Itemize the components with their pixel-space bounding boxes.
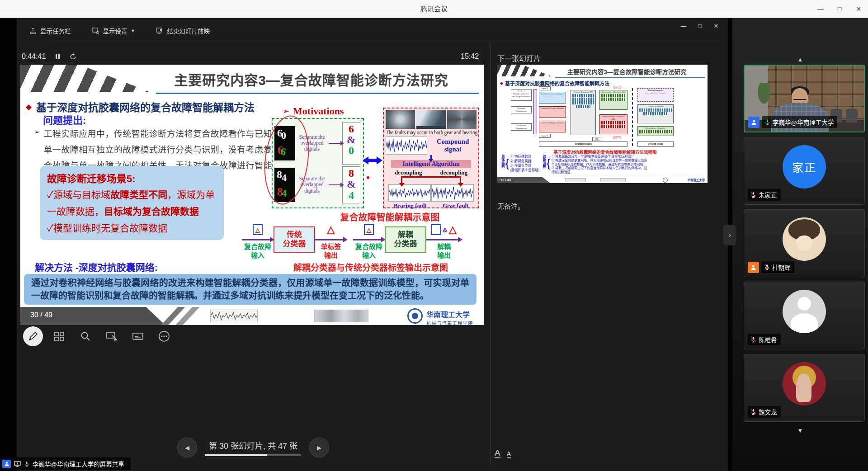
previous-slide-button[interactable]: ◀ — [177, 438, 197, 457]
structure-title: 总体结构 — [501, 155, 505, 174]
display-pointer-button[interactable] — [102, 326, 122, 346]
participant-tile[interactable]: 家正 朱家正 — [744, 137, 865, 205]
waveform-thumbnail — [210, 310, 258, 322]
screen: 腾讯会议 — □ ✕ 显示任务栏 显示设置 ▼ 结束幻灯片放映 — — [0, 0, 868, 471]
annotation-toolbar — [23, 326, 174, 346]
sidebar-collapse-handle[interactable]: › — [723, 225, 736, 245]
faults-demo-box: The faults may occur in both gear and be… — [383, 108, 479, 208]
participant-tile[interactable]: 杜朝辉 — [744, 209, 865, 277]
presenter-minimize-button[interactable]: — — [675, 20, 692, 31]
decoupling-label: decoupling — [440, 169, 467, 176]
gear-fault-label: Gear fault — [443, 202, 468, 209]
pen-tool-button[interactable] — [23, 326, 43, 346]
toolbar-divider — [53, 40, 720, 40]
slide-browser-button[interactable] — [49, 326, 69, 346]
slide-title: 主要研究内容3—复合故障智能诊断方法研究 — [142, 69, 480, 89]
pause-timer-button[interactable] — [56, 54, 60, 59]
more-options-button[interactable] — [154, 326, 174, 346]
end-slideshow-icon — [156, 27, 163, 34]
slide-canvas[interactable]: 主要研究内容3—复合故障智能诊断方法研究 ◆ 基于深度对抗胶囊网络的复合故障智能… — [20, 65, 484, 325]
increase-font-button[interactable]: A — [495, 448, 500, 458]
university-logo — [663, 178, 668, 183]
decoupling-classifier-box: 解耦分类器 — [385, 226, 426, 253]
preview-heading: 基于深度对抗胶囊网络的复合故障智能解耦方法 — [505, 80, 609, 87]
presenter-close-button[interactable]: ✕ — [708, 20, 724, 31]
double-arrow-icon — [363, 155, 382, 166]
participant-name: 陈唯希 — [759, 335, 777, 344]
bearing-photo — [386, 110, 415, 129]
preview-notes: 总体结构 { ① 特征提取器 ② 解耦分类器 ③ 多域分类器 (源域和多个目标域… — [501, 155, 706, 174]
preview-title: 主要研究内容3—复合故障智能诊断方法研究 — [548, 67, 706, 76]
gear-fault-plot — [431, 184, 474, 202]
slide-progress-bar[interactable] — [205, 454, 301, 456]
school-name: 机械与汽车工程学院 — [426, 320, 473, 325]
next-slide-button[interactable]: ▶ — [309, 438, 329, 457]
slide-navigation: ◀ 第 30 张幻灯片, 共 47 张 ▶ — [177, 438, 329, 457]
arrow-right-icon — [315, 239, 347, 240]
participants-sidebar: ▲ 李巍华@华南理工大学 家正 朱家正 — [732, 18, 868, 471]
member-badge-icon — [748, 262, 759, 273]
display-settings-button[interactable]: 显示设置 ▼ — [92, 26, 135, 35]
screen-share-icon — [14, 461, 21, 467]
participant-tile-video[interactable]: 李巍华@华南理工大学 — [744, 65, 865, 132]
next-slide-header: 下一张幻灯片 — [497, 52, 541, 63]
avatar: 家正 — [783, 145, 826, 188]
taskbar-icon — [29, 27, 37, 34]
decrease-font-button[interactable]: A — [507, 451, 511, 458]
subtitles-button[interactable] — [128, 326, 148, 346]
compound-input-icon: △ — [253, 224, 263, 235]
show-taskbar-label: 显示任务栏 — [40, 26, 71, 35]
scroll-down-arrow[interactable]: ▼ — [732, 427, 868, 434]
single-label-icon: △ — [327, 225, 335, 235]
faults-caption: The faults may occur in both gear and be… — [386, 130, 476, 135]
window-close-button[interactable]: ✕ — [849, 0, 868, 18]
university-name: 华南理工大学 — [426, 309, 473, 320]
process-title: 诊断流程 — [542, 155, 546, 174]
title-underline — [156, 93, 479, 94]
slide-footer: 30 / 49 华南理工大学 机械与汽车工程学院 — [20, 307, 484, 325]
preview-diagram-caption: 基于深度对抗胶囊网络的复合故障智能解耦方法流程图 — [505, 149, 706, 155]
arrow-right-icon — [242, 239, 274, 240]
presenter-toolbar: 显示任务栏 显示设置 ▼ 结束幻灯片放映 — [29, 26, 210, 35]
square-label-icon — [431, 224, 441, 235]
presenter-restore-button[interactable]: □ — [692, 20, 708, 31]
share-status-text: 李巍华@华南理工大学的屏幕共享 — [33, 459, 124, 468]
restart-timer-button[interactable] — [70, 53, 76, 60]
traditional-classifier-box: 传统分类器 — [274, 226, 315, 253]
digits-8-4: 8&4 — [342, 166, 360, 203]
notes-text: 无备注。 — [497, 201, 524, 211]
bearing-fault-plot — [388, 184, 431, 202]
participant-tile[interactable]: 陈唯希 — [744, 282, 865, 349]
participant-name: 朱家正 — [759, 190, 777, 199]
participant-name: 魏文龙 — [759, 407, 777, 416]
participant-tile[interactable]: 魏文龙 — [744, 354, 865, 422]
problem-label: 问题提出: — [43, 112, 86, 127]
mic-muted-icon — [750, 192, 756, 198]
arrow-bullet-icon: ➢ — [34, 126, 40, 190]
zoom-tool-button[interactable] — [75, 326, 95, 346]
arrow-down-icon — [430, 155, 432, 160]
laser-dot — [367, 176, 369, 179]
show-taskbar-button[interactable]: 显示任务栏 — [29, 26, 71, 35]
slide-position-label: 第 30 张幻灯片, 共 47 张 — [205, 439, 301, 451]
end-slideshow-button[interactable]: 结束幻灯片放映 — [156, 26, 210, 35]
scenario-line1: ✓源域与目标域故障类型不同，源域为单一故障数据，目标域为复合故障数据 — [47, 187, 217, 220]
scenario-title: 故障诊断迁移场景5: — [47, 170, 217, 185]
gearbox-photo — [447, 110, 476, 129]
scroll-up-arrow[interactable]: ▲ — [732, 56, 868, 63]
slide-header-stripes — [20, 65, 149, 92]
arrow-right-icon — [329, 184, 340, 185]
window-minimize-button[interactable]: — — [811, 0, 830, 18]
mic-muted-icon — [750, 336, 756, 343]
presenter-window: 显示任务栏 显示设置 ▼ 结束幻灯片放映 — □ ✕ 0:44:41 15:42 — [17, 18, 728, 471]
window-maximize-button[interactable]: □ — [830, 0, 849, 18]
classifier-pipeline: △ 复合故障输入 传统分类器 △ 单标签输出 △ 复合故障输入 解耦分类器 — [242, 223, 462, 260]
mic-icon — [24, 461, 29, 467]
arrow-right-icon — [426, 239, 462, 240]
waveform-thumbnail — [565, 178, 586, 182]
slide-header-stripes — [497, 65, 552, 76]
arrow-right-icon — [353, 239, 385, 240]
next-slide-preview: 主要研究内容3—复合故障智能诊断方法研究 ◆ 基于深度对抗胶囊网络的复合故障智能… — [497, 65, 708, 183]
screen-share-statusbar: 李巍华@华南理工大学的屏幕共享 — [0, 457, 131, 470]
scenario-line2: ✓模型训练时无复合故障数据 — [47, 220, 217, 237]
